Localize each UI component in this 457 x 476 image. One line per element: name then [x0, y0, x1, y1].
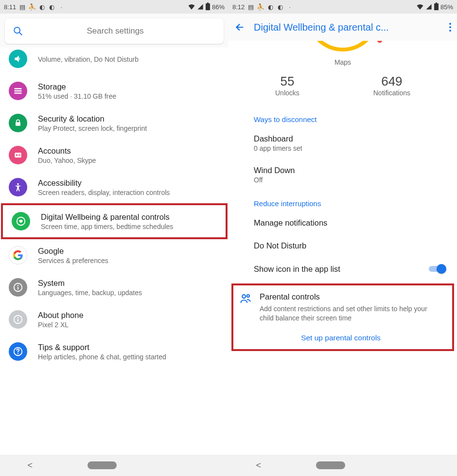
search-bar[interactable]: [5, 18, 224, 44]
wifi-icon: [188, 3, 195, 10]
app-bar: Digital Wellbeing & parental c...: [228, 14, 457, 41]
svg-rect-6: [15, 153, 21, 158]
usage-chart-fragment: [311, 41, 374, 57]
settings-item-title: Accounts: [38, 146, 96, 156]
status-time: 8:12: [232, 3, 245, 11]
settings-item-subtitle: Screen time, app timers, bedtime schedul…: [41, 223, 173, 230]
nav-home-button[interactable]: [88, 461, 117, 469]
row-title: Dashboard: [254, 134, 446, 143]
settings-item-subtitle: Duo, Yahoo, Skype: [38, 157, 96, 164]
settings-item-subtitle: Screen readers, display, interaction con…: [38, 189, 170, 196]
back-button[interactable]: [234, 22, 245, 33]
dashboard-row[interactable]: Dashboard 0 app timers set: [228, 127, 457, 159]
status-icon: ◐: [48, 3, 55, 10]
manage-notifications-row[interactable]: Manage notifications: [228, 212, 457, 234]
nav-home-button[interactable]: [316, 461, 345, 469]
svg-rect-5: [16, 122, 20, 126]
parental-title: Parental controls: [260, 292, 442, 301]
highlight-parental-controls: Parental controls Add content restrictio…: [231, 283, 454, 351]
settings-item-accessibility[interactable]: Accessibility Screen readers, display, i…: [0, 171, 228, 203]
battery-icon: [434, 3, 439, 10]
svg-point-10: [17, 183, 19, 185]
row-title: Do Not Disturb: [254, 241, 446, 250]
accounts-icon: [9, 146, 27, 164]
settings-item-digital-wellbeing[interactable]: Digital Wellbeing & parental controls Sc…: [3, 205, 226, 237]
settings-item-title: System: [38, 279, 142, 288]
status-icon: ◐: [38, 3, 45, 10]
wifi-icon: [417, 3, 423, 10]
status-icon: ·: [286, 3, 293, 10]
signal-icon: [197, 3, 204, 10]
nav-back-button[interactable]: <: [28, 460, 33, 471]
section-header: Reduce interruptions: [228, 191, 457, 212]
row-subtitle: 0 app timers set: [254, 144, 446, 152]
unlocks-stat[interactable]: 55 Unlocks: [275, 74, 299, 97]
page-title: Digital Wellbeing & parental c...: [254, 22, 440, 33]
settings-item-title: About phone: [38, 311, 84, 320]
settings-item-title: Tips & support: [38, 343, 166, 352]
info-icon: [9, 310, 27, 329]
settings-item-google[interactable]: Google Services & preferences: [0, 239, 228, 271]
nav-back-button[interactable]: <: [256, 460, 262, 471]
row-subtitle: Off: [254, 176, 446, 184]
svg-rect-3: [15, 90, 22, 92]
status-icon: ▤: [19, 3, 26, 10]
settings-item-title: Security & location: [38, 114, 147, 123]
settings-screen: 8:11 ▤ ⛹ ◐ ◐ · 86%: [0, 0, 228, 476]
settings-item-security[interactable]: Security & location Play Protect, screen…: [0, 107, 228, 139]
nav-bar: <: [0, 455, 228, 476]
settings-item-title: Digital Wellbeing & parental controls: [41, 212, 173, 222]
settings-item-subtitle: Pixel 2 XL: [38, 321, 84, 329]
show-icon-row[interactable]: Show icon in the app list: [228, 257, 457, 281]
settings-item-subtitle: 51% used · 31.10 GB free: [38, 92, 116, 100]
wellbeing-icon: [12, 212, 30, 230]
settings-item-accounts[interactable]: Accounts Duo, Yahoo, Skype: [0, 139, 228, 171]
parental-setup-link[interactable]: Set up parental controls: [239, 334, 442, 342]
status-icon: ⛹: [29, 3, 35, 10]
parental-icon: [239, 292, 252, 305]
svg-point-13: [18, 285, 18, 286]
svg-rect-14: [18, 287, 18, 290]
nav-bar: <: [228, 455, 457, 476]
settings-item-title: Accessibility: [38, 178, 170, 188]
svg-point-21: [247, 295, 249, 297]
svg-rect-2: [15, 88, 22, 89]
svg-rect-17: [18, 319, 18, 322]
notifications-value: 649: [373, 74, 410, 89]
settings-item-about-phone[interactable]: About phone Pixel 2 XL: [0, 303, 228, 335]
usage-chart-label: Maps: [228, 58, 457, 66]
accessibility-icon: [9, 178, 27, 196]
settings-item-title: Storage: [38, 82, 116, 91]
settings-item-storage[interactable]: Storage 51% used · 31.10 GB free: [0, 75, 228, 107]
settings-item-tips-support[interactable]: Tips & support Help articles, phone & ch…: [0, 335, 228, 368]
winddown-row[interactable]: Wind Down Off: [228, 159, 457, 191]
search-input[interactable]: [15, 26, 216, 36]
signal-icon: [425, 3, 432, 10]
status-time: 8:11: [4, 3, 16, 11]
stats-row: 55 Unlocks 649 Notifications: [228, 71, 457, 106]
settings-item-system[interactable]: System Languages, time, backup, updates: [0, 271, 228, 303]
settings-item-sound[interactable]: Volume, vibration, Do Not Disturb: [0, 48, 228, 75]
content: Maps 55 Unlocks 649 Notifications Ways t…: [228, 41, 457, 455]
status-icon: ▤: [247, 3, 254, 10]
section-header: Ways to disconnect: [228, 106, 457, 127]
row-title: Show icon in the app list: [254, 264, 340, 274]
settings-item-title: Google: [38, 247, 108, 256]
notifications-label: Notifications: [373, 89, 410, 97]
lock-icon: [9, 114, 27, 132]
sound-icon: [9, 50, 27, 68]
status-icon: ◐: [267, 3, 274, 10]
show-icon-toggle[interactable]: [429, 264, 446, 274]
overflow-menu-button[interactable]: [449, 23, 451, 32]
highlight-digital-wellbeing: Digital Wellbeing & parental controls Sc…: [1, 203, 228, 239]
notifications-stat[interactable]: 649 Notifications: [373, 74, 410, 97]
status-icon: ⛹: [257, 3, 264, 10]
do-not-disturb-row[interactable]: Do Not Disturb: [228, 234, 457, 257]
svg-rect-8: [18, 154, 20, 155]
google-icon: [9, 246, 27, 264]
unlocks-label: Unlocks: [275, 89, 299, 97]
svg-point-7: [16, 154, 18, 156]
settings-list: Volume, vibration, Do Not Disturb Storag…: [0, 48, 228, 455]
settings-item-subtitle: Languages, time, backup, updates: [38, 289, 142, 297]
help-icon: [9, 342, 27, 361]
